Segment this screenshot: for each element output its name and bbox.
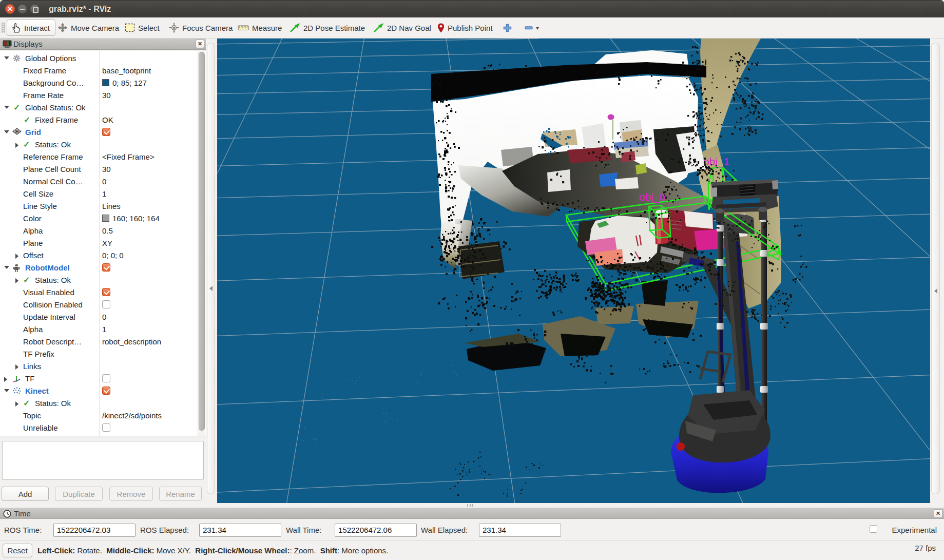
svg-text:obj_0: obj_0 (639, 191, 665, 203)
